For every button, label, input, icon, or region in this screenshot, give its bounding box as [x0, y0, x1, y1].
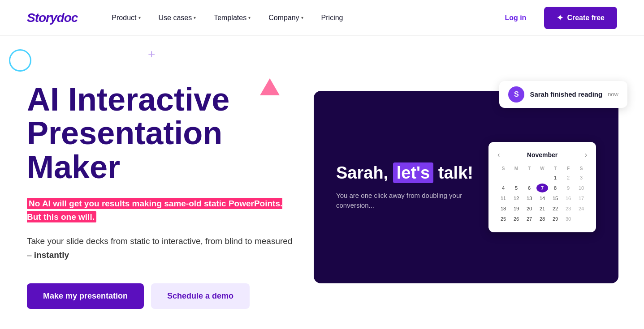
cal-day[interactable]: 19	[510, 204, 522, 213]
notification-badge: S Sarah finished reading now	[499, 81, 627, 108]
cal-header-m: M	[510, 165, 522, 172]
cal-day[interactable]: 12	[510, 194, 522, 203]
nav-label-templates: Templates	[214, 14, 246, 22]
login-button[interactable]: Log in	[497, 10, 533, 26]
cal-day[interactable]	[523, 173, 535, 182]
cal-day[interactable]: 2	[562, 173, 574, 182]
navbar: Storydoc Product ▾ Use cases ▾ Templates…	[0, 0, 644, 36]
cal-day[interactable]: 9	[562, 184, 574, 192]
cal-header-t1: T	[523, 165, 535, 172]
cal-header-f: F	[562, 165, 574, 172]
hero-highlight-box: No AI will get you results making same-o…	[27, 197, 296, 224]
make-presentation-button[interactable]: Make my presentation	[27, 283, 144, 309]
create-free-button[interactable]: ✦ Create free	[544, 7, 617, 29]
demo-inner: Sarah, let's talk! You are one click awa…	[314, 91, 618, 283]
cal-day[interactable]: 22	[549, 204, 561, 213]
chevron-down-icon: ▾	[138, 15, 141, 20]
nav-label-product: Product	[112, 14, 136, 22]
schedule-demo-button[interactable]: Schedule a demo	[151, 283, 250, 309]
logo[interactable]: Storydoc	[27, 11, 78, 25]
cal-day[interactable]: 15	[549, 194, 561, 203]
nav-item-templates[interactable]: Templates ▾	[207, 10, 258, 26]
deco-circle	[9, 49, 31, 72]
cal-day[interactable]: 18	[497, 204, 509, 213]
cal-day[interactable]: 28	[536, 214, 548, 223]
demo-heading: Sarah, let's talk!	[336, 163, 475, 184]
cal-day[interactable]: 17	[575, 194, 587, 203]
hero-right: S Sarah finished reading now Sarah, let'…	[314, 91, 618, 283]
demo-heading-start: Sarah,	[336, 163, 388, 182]
cal-day[interactable]: 23	[562, 204, 574, 213]
demo-heading-end: talk!	[438, 163, 473, 182]
cal-day[interactable]: 29	[549, 214, 561, 223]
cal-day[interactable]: 14	[536, 194, 548, 203]
cal-day[interactable]: 11	[497, 194, 509, 203]
cal-day[interactable]: 10	[575, 184, 587, 192]
create-label: Create free	[567, 14, 605, 22]
nav-item-usecases[interactable]: Use cases ▾	[151, 10, 203, 26]
hero-buttons: Make my presentation Schedule a demo	[27, 283, 296, 309]
cal-day[interactable]: 20	[523, 204, 535, 213]
sparkle-icon: ✦	[557, 13, 563, 23]
cal-day[interactable]: 27	[523, 214, 535, 223]
cal-day[interactable]: 24	[575, 204, 587, 213]
cal-day[interactable]	[575, 214, 587, 223]
calendar-widget: ‹ November › S M T W T F S	[488, 142, 596, 232]
chevron-down-icon: ▾	[248, 15, 251, 20]
cal-day[interactable]	[510, 173, 522, 182]
cal-day[interactable]: 1	[549, 173, 561, 182]
highlight-text: No AI will get you results making same-o…	[27, 198, 282, 222]
cal-day[interactable]: 13	[523, 194, 535, 203]
hero-title: AI Interactive Presentation Maker	[27, 83, 296, 184]
nav-label-pricing: Pricing	[321, 14, 343, 22]
cal-header-s1: S	[497, 165, 509, 172]
nav-item-product[interactable]: Product ▾	[104, 10, 147, 26]
hero-section: + AI Interactive Presentation Maker No A…	[0, 36, 644, 329]
nav-item-pricing[interactable]: Pricing	[314, 10, 350, 26]
cal-day[interactable]: 4	[497, 184, 509, 192]
cal-day[interactable]	[536, 173, 548, 182]
nav-links: Product ▾ Use cases ▾ Templates ▾ Compan…	[104, 10, 497, 26]
demo-card: S Sarah finished reading now Sarah, let'…	[314, 91, 618, 283]
subtitle-bold: instantly	[34, 250, 69, 260]
nav-actions: Log in ✦ Create free	[497, 7, 617, 29]
hero-left: AI Interactive Presentation Maker No AI …	[27, 65, 314, 309]
calendar-month: November	[527, 151, 558, 158]
cal-day[interactable]: 3	[575, 173, 587, 182]
calendar-grid: S M T W T F S 1 2 3	[497, 165, 587, 223]
deco-triangle	[260, 78, 280, 95]
hero-subtitle: Take your slide decks from static to int…	[27, 235, 296, 262]
nav-item-company[interactable]: Company ▾	[261, 10, 310, 26]
cal-day[interactable]: 8	[549, 184, 561, 192]
demo-text-area: Sarah, let's talk! You are one click awa…	[336, 163, 488, 211]
chevron-down-icon: ▾	[301, 15, 303, 20]
cal-day[interactable]: 6	[523, 184, 535, 192]
cal-header-s2: S	[575, 165, 587, 172]
deco-plus: +	[148, 47, 155, 61]
cal-day[interactable]: 16	[562, 194, 574, 203]
cal-day[interactable]	[497, 173, 509, 182]
nav-label-usecases: Use cases	[159, 14, 192, 22]
cal-day-today[interactable]: 7	[536, 184, 548, 192]
cal-day[interactable]: 26	[510, 214, 522, 223]
notification-text: Sarah finished reading	[530, 90, 602, 98]
nav-label-company: Company	[268, 14, 299, 22]
calendar-next-button[interactable]: ›	[585, 151, 587, 159]
notification-time: now	[608, 91, 618, 98]
calendar-prev-button[interactable]: ‹	[497, 151, 500, 159]
cal-day[interactable]: 5	[510, 184, 522, 192]
calendar-header: ‹ November ›	[497, 151, 587, 159]
cal-header-w: W	[536, 165, 548, 172]
demo-heading-highlight: let's	[393, 162, 434, 183]
cal-day[interactable]: 25	[497, 214, 509, 223]
cal-day[interactable]: 21	[536, 204, 548, 213]
demo-subtext: You are one click away from doubling you…	[336, 191, 475, 211]
cal-day[interactable]: 30	[562, 214, 574, 223]
cal-header-t2: T	[549, 165, 561, 172]
avatar: S	[508, 86, 524, 103]
chevron-down-icon: ▾	[194, 15, 196, 20]
